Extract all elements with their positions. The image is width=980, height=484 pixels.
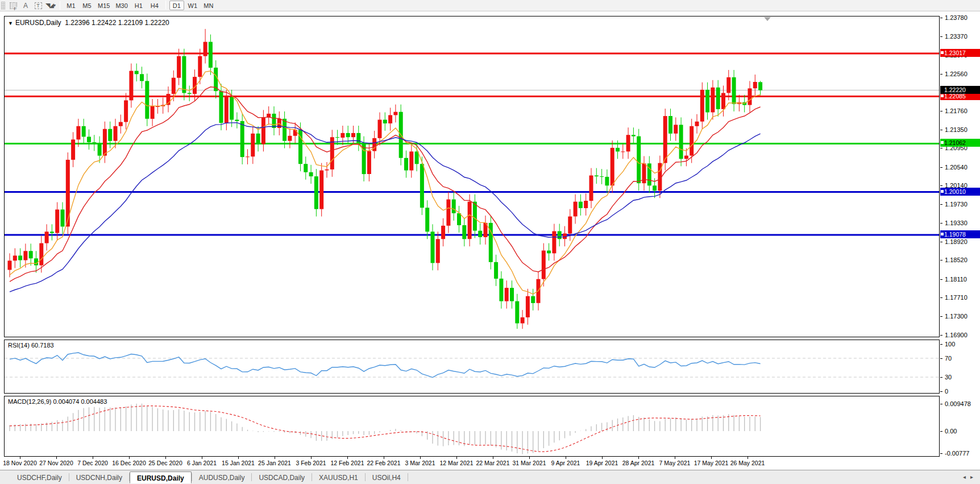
date-label: 12 Mar 2021 xyxy=(440,460,474,466)
rsi-label: RSI(14) 60.7183 xyxy=(8,342,54,349)
level-price-tag: 1.21062 xyxy=(940,139,980,147)
date-label: 16 Dec 2020 xyxy=(112,460,146,466)
price-tick xyxy=(940,335,942,336)
date-tick xyxy=(529,457,530,459)
date-label: 22 Mar 2021 xyxy=(476,460,510,466)
price-tick-label: 1.17300 xyxy=(945,313,967,320)
toolbar-separator xyxy=(60,1,60,10)
timeframe-button-h1[interactable]: H1 xyxy=(131,1,146,10)
chevron-down-icon[interactable]: ▼ xyxy=(8,20,13,26)
chart-tab-usoil[interactable]: USOil,H4 xyxy=(366,471,408,483)
toolbar-separator xyxy=(165,1,166,9)
level-handle[interactable] xyxy=(940,140,944,144)
chart-tab-usdchf[interactable]: USDCHF,Daily xyxy=(10,471,69,483)
chart-tab-usdcad[interactable]: USDCAD,Daily xyxy=(252,471,312,483)
date-tick xyxy=(493,457,493,459)
date-label: 27 Nov 2020 xyxy=(39,460,73,466)
price-tick-label: 1.20540 xyxy=(945,164,967,171)
date-label: 7 Dec 2020 xyxy=(77,460,108,466)
price-tick xyxy=(940,130,942,130)
dropdown-caret-icon[interactable]: ▾ xyxy=(53,3,56,8)
price-tick-label: 1.22560 xyxy=(945,71,967,77)
indicator-grid-icon[interactable]: F xyxy=(7,1,19,10)
date-label: 18 Nov 2020 xyxy=(3,460,37,466)
toolbar: F A T ◥◢ ▾ M1M5M15M30H1H4D1W1MN xyxy=(0,0,980,11)
rsi-pane[interactable]: RSI(14) 60.7183 xyxy=(4,340,940,394)
chart-tab-audusd[interactable]: AUDUSD,Daily xyxy=(192,471,252,483)
price-tick-label: 1.17710 xyxy=(945,294,967,301)
date-tick xyxy=(566,457,566,459)
timeframe-button-m5[interactable]: M5 xyxy=(80,1,94,10)
chart-tab-xauusd[interactable]: XAUUSD,H1 xyxy=(312,471,365,483)
cursor-objects-icon[interactable]: ◥◢ ▾ xyxy=(44,1,57,10)
date-tick xyxy=(202,457,202,459)
price-tick xyxy=(940,204,942,205)
chart-tabbar: USDCHF,DailyUSDCNH,DailyEURUSD,DailyAUDU… xyxy=(0,470,980,484)
tab-scroll-right-icon[interactable]: ▸ xyxy=(970,474,978,480)
timeframe-buttons: M1M5M15M30H1H4D1W1MN xyxy=(63,1,217,10)
objects-arrows-glyph: ◥◢ xyxy=(45,2,53,9)
price-tick xyxy=(940,36,942,37)
price-tick-label: 1.19330 xyxy=(945,220,967,226)
toolbar-drag-handle[interactable] xyxy=(1,2,5,10)
timeframe-button-m30[interactable]: M30 xyxy=(113,1,130,10)
macd-signal-line xyxy=(10,406,761,452)
date-tick xyxy=(420,457,421,459)
bid-price-tag: 1.22220 xyxy=(940,86,980,94)
macd-chart[interactable] xyxy=(5,396,939,456)
macd-tick-label: 0.00 xyxy=(945,428,957,435)
price-tick-label: 1.18520 xyxy=(945,257,967,263)
date-tick xyxy=(93,457,93,459)
date-tick xyxy=(711,457,712,459)
timeframe-button-d1[interactable]: D1 xyxy=(169,1,184,10)
date-tick xyxy=(238,457,239,459)
date-label: 28 Apr 2021 xyxy=(622,460,655,466)
date-tick xyxy=(456,457,457,459)
level-price-tag: 1.20010 xyxy=(940,188,980,196)
timeframe-button-mn[interactable]: MN xyxy=(201,1,216,10)
text-label-icon[interactable]: T xyxy=(32,1,44,10)
chart-tab-eurusd[interactable]: EURUSD,Daily xyxy=(130,471,192,483)
timeframe-button-w1[interactable]: W1 xyxy=(185,1,200,10)
level-price-tag: 1.19078 xyxy=(940,230,980,238)
price-tick xyxy=(940,260,942,260)
date-tick xyxy=(675,457,675,459)
price-tick xyxy=(940,316,942,317)
level-handle[interactable] xyxy=(940,51,944,55)
symbol-label: EURUSD,Daily xyxy=(15,19,61,27)
level-handle[interactable] xyxy=(940,189,944,193)
macd-pane[interactable]: MACD(12,26,9) 0.004074 0.004483 xyxy=(4,396,940,457)
macd-tick xyxy=(940,404,942,404)
rsi-tick xyxy=(940,377,942,378)
date-tick xyxy=(165,457,166,459)
price-axis[interactable]: 1.237801.233701.229701.225601.221501.217… xyxy=(940,16,980,337)
timeframe-button-m15[interactable]: M15 xyxy=(95,1,112,10)
price-tick-label: 1.23370 xyxy=(945,33,967,40)
level-handle[interactable] xyxy=(940,232,944,236)
date-label: 6 Jan 2021 xyxy=(187,460,217,466)
chart-shift-marker-icon[interactable] xyxy=(764,17,771,21)
text-a-icon[interactable]: A xyxy=(19,1,32,10)
timeframe-button-h4[interactable]: H4 xyxy=(147,1,162,10)
rsi-tick xyxy=(940,358,942,359)
date-axis[interactable]: 18 Nov 2020 27 Nov 2020 7 Dec 2020 16 De… xyxy=(4,457,980,469)
tab-scroll-arrows: ◂▸ xyxy=(963,474,978,480)
rsi-line xyxy=(10,353,761,378)
rsi-chart[interactable] xyxy=(5,340,939,393)
price-tick-label: 1.21760 xyxy=(945,107,967,114)
chart-tab-usdcnh[interactable]: USDCNH,Daily xyxy=(69,471,129,483)
level-handle[interactable] xyxy=(940,94,944,98)
price-tick xyxy=(940,18,942,18)
timeframe-button-m1[interactable]: M1 xyxy=(64,1,78,10)
main-chart-pane[interactable]: ▼EURUSD,Daily 1.22396 1.22422 1.22109 1.… xyxy=(4,16,940,337)
price-tick xyxy=(940,242,942,242)
date-label: 25 Jan 2021 xyxy=(258,460,291,466)
price-tick xyxy=(940,111,942,111)
tab-scroll-left-icon[interactable]: ◂ xyxy=(963,474,970,480)
candlestick-chart[interactable] xyxy=(5,16,939,337)
macd-tick-label: -0.00777 xyxy=(945,450,969,457)
date-label: 15 Jan 2021 xyxy=(222,460,255,466)
date-label: 19 Apr 2021 xyxy=(586,460,618,466)
price-tick-label: 1.16900 xyxy=(945,332,967,338)
rsi-tick-label: 30 xyxy=(945,374,952,380)
